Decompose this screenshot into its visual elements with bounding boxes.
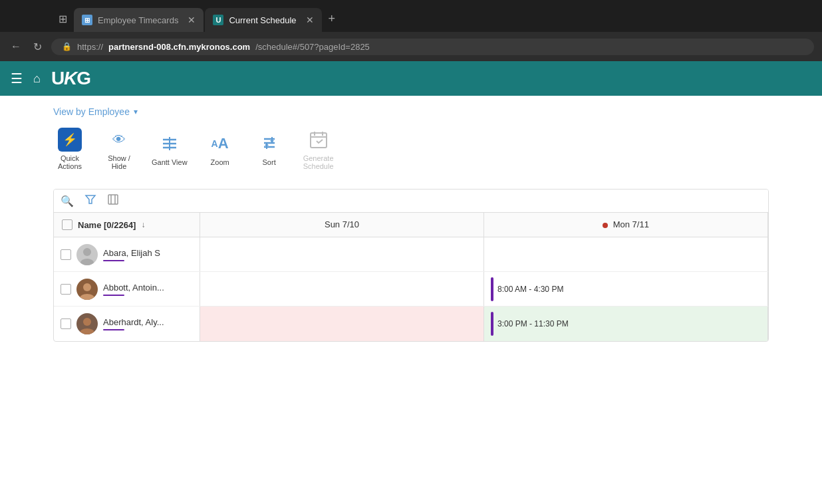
tab-bar: ⊞ ⊞ Employee Timecards ✕ U Current Sched… [0, 0, 822, 32]
columns-icon[interactable] [107, 193, 119, 208]
emp-avatar-abbott [76, 279, 98, 300]
emp-checkbox-abara[interactable] [61, 249, 71, 260]
shift-time-abbott: 8:00 AM - 4:30 PM [497, 285, 563, 294]
generate-schedule-icon [307, 128, 331, 152]
svg-rect-23 [76, 279, 98, 300]
shift-bar-abbott-mon: 8:00 AM - 4:30 PM [484, 277, 570, 301]
header-row: Name [0/2264] ↓ Sun 7/10 Mon 7/11 [54, 213, 768, 237]
emp-underline-abara [103, 260, 124, 261]
emp-checkbox-abbott[interactable] [61, 284, 71, 295]
sort-label: Sort [263, 158, 276, 166]
browser-window: ⊞ ⊞ Employee Timecards ✕ U Current Sched… [0, 0, 822, 504]
schedule-cell-aberhardt-mon: 3:00 PM - 11:30 PM [484, 307, 768, 341]
svg-rect-18 [108, 195, 118, 204]
emp-name-wrap-abbott: Abbott, Antoin... [103, 283, 164, 296]
quick-actions-icon: ⚡ [58, 128, 82, 152]
schedule-cell-abara-sun [200, 237, 484, 271]
tab2-favicon: U [213, 15, 223, 25]
tab1-close[interactable]: ✕ [188, 15, 196, 25]
svg-point-24 [83, 318, 91, 326]
shift-time-aberhardt: 3:00 PM - 11:30 PM [497, 319, 569, 328]
emp-name-wrap-abara: Abara, Elijah S [103, 248, 160, 261]
generate-schedule-label: GenerateSchedule [303, 154, 334, 170]
zoom-label: Zoom [211, 158, 229, 166]
tab-employee-timecards[interactable]: ⊞ Employee Timecards ✕ [74, 8, 204, 32]
emp-info-abbott: Abbott, Antoin... [54, 272, 200, 306]
shift-indicator-aberhardt [491, 312, 493, 336]
gantt-view-icon [158, 132, 182, 156]
toolbar-generate-schedule[interactable]: GenerateSchedule [302, 128, 335, 170]
table-row: Aberhardt, Aly... 3:00 PM - 11:30 PM [54, 307, 768, 341]
tab-current-schedule[interactable]: U Current Schedule ✕ [205, 8, 321, 32]
shift-indicator-abbott [491, 277, 493, 301]
filter-icon[interactable] [84, 193, 96, 208]
name-col-label: Name [0/2264] [78, 220, 136, 230]
tab1-label: Employee Timecards [98, 15, 178, 25]
date-sun-label: Sun 7/10 [325, 219, 359, 229]
toolbar-gantt-view[interactable]: Gantt View [152, 132, 188, 166]
address-input[interactable]: 🔒 https://partnersnd-008.cfn.mykronos.co… [51, 39, 814, 55]
view-selector[interactable]: View by Employee ▾ [53, 106, 769, 117]
schedule-cell-abbott-mon: 8:00 AM - 4:30 PM [484, 272, 768, 306]
url-prefix: https:// [77, 42, 103, 52]
show-hide-icon: 👁 [107, 128, 131, 152]
shift-bar-aberhardt-mon: 3:00 PM - 11:30 PM [484, 312, 575, 336]
view-selector-arrow: ▾ [134, 107, 138, 116]
emp-avatar-abara [76, 244, 98, 265]
emp-name-wrap-aberhardt: Aberhardt, Aly... [103, 317, 164, 330]
schedule-cell-aberhardt-sun [200, 307, 484, 341]
date-header-mon: Mon 7/11 [484, 213, 768, 237]
gantt-view-label: Gantt View [152, 158, 188, 166]
emp-underline-aberhardt [103, 329, 124, 330]
back-button[interactable]: ← [8, 38, 24, 55]
app-bar: ☰ ⌂ UKG [0, 61, 822, 96]
tab-grid-icon[interactable]: ⊞ [53, 10, 72, 28]
show-hide-label: Show /Hide [108, 154, 130, 170]
svg-rect-11 [311, 133, 327, 148]
tab2-close[interactable]: ✕ [306, 15, 314, 25]
url-bold: partnersnd-008.cfn.mykronos.com [108, 42, 250, 52]
schedule-table: 🔍 Name [0/2264] [53, 189, 769, 342]
ukg-logo: UKG [51, 68, 90, 89]
page-content: View by Employee ▾ ⚡ QuickActions 👁 Show… [0, 96, 822, 504]
emp-checkbox-aberhardt[interactable] [61, 318, 71, 329]
tab1-favicon: ⊞ [82, 15, 92, 25]
menu-icon[interactable]: ☰ [11, 70, 23, 86]
address-bar: ← ↻ 🔒 https://partnersnd-008.cfn.mykrono… [0, 32, 822, 61]
name-column-header: Name [0/2264] ↓ [54, 213, 200, 237]
today-dot [603, 223, 608, 228]
toolbar-quick-actions[interactable]: ⚡ QuickActions [53, 128, 86, 170]
home-icon[interactable]: ⌂ [33, 72, 41, 86]
svg-point-20 [80, 259, 94, 265]
search-icon[interactable]: 🔍 [61, 195, 74, 207]
toolbar-zoom[interactable]: AA Zoom [204, 132, 237, 166]
svg-point-19 [83, 248, 91, 256]
tab2-label: Current Schedule [229, 15, 296, 25]
toolbar: ⚡ QuickActions 👁 Show /Hide Gantt View [53, 128, 769, 178]
lock-icon: 🔒 [62, 42, 72, 51]
reload-button[interactable]: ↻ [31, 38, 45, 56]
filter-row: 🔍 [54, 189, 768, 213]
date-mon-label: Mon 7/11 [613, 219, 649, 229]
date-header-sun: Sun 7/10 [200, 213, 484, 237]
schedule-cell-abara-mon [484, 237, 768, 271]
sort-icon [257, 132, 281, 156]
emp-underline-abbott [103, 295, 124, 296]
emp-name-aberhardt: Aberhardt, Aly... [103, 317, 164, 327]
emp-info-aberhardt: Aberhardt, Aly... [54, 307, 200, 341]
svg-marker-15 [86, 195, 95, 203]
new-tab-button[interactable]: + [323, 9, 341, 29]
toolbar-sort[interactable]: Sort [253, 132, 286, 166]
svg-point-25 [80, 328, 94, 334]
name-sort-icon[interactable]: ↓ [141, 220, 145, 229]
toolbar-show-hide[interactable]: 👁 Show /Hide [102, 128, 136, 170]
emp-name-abara: Abara, Elijah S [103, 248, 160, 258]
table-row: Abbott, Antoin... 8:00 AM - 4:30 PM [54, 272, 768, 307]
view-selector-label: View by Employee [53, 106, 130, 117]
table-row: Abara, Elijah S [54, 237, 768, 272]
emp-avatar-aberhardt [76, 313, 98, 334]
select-all-checkbox[interactable] [62, 219, 72, 230]
schedule-cell-abbott-sun [200, 272, 484, 306]
url-suffix: /schedule#/507?pageId=2825 [255, 42, 370, 52]
emp-name-abbott: Abbott, Antoin... [103, 283, 164, 293]
